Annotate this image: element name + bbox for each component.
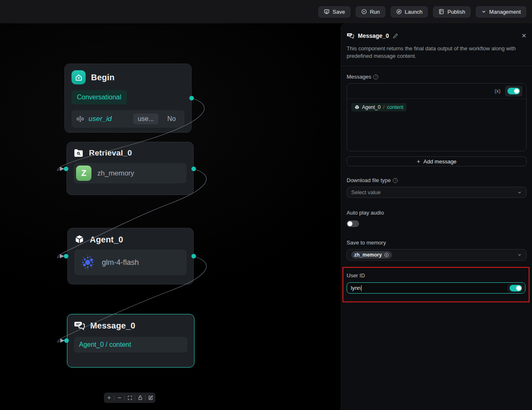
run-button-label: Run [370, 9, 380, 15]
node-agent-title: Agent_0 [90, 235, 123, 245]
panel-chat-icon [347, 32, 354, 39]
glm-model-logo-icon [79, 253, 97, 272]
publish-icon [438, 9, 444, 15]
node-begin[interactable]: Begin Conversational user_id use... No [64, 64, 192, 133]
message-content-ref: Agent_0 / content [79, 341, 131, 348]
launch-button-label: Launch [405, 9, 423, 15]
add-message-label: Add message [424, 158, 457, 165]
select-chevron-icon [517, 190, 522, 195]
close-panel-icon[interactable]: ✕ [521, 32, 527, 40]
download-select-placeholder: Select value [351, 189, 381, 195]
rename-pencil-icon[interactable] [393, 33, 398, 39]
save-icon [324, 9, 330, 15]
message-chat-icon [74, 321, 85, 331]
auto-play-audio-toggle[interactable] [347, 220, 359, 227]
begin-home-icon [71, 70, 86, 84]
zoom-in-button[interactable] [105, 393, 113, 403]
agent-cube-icon [74, 235, 84, 245]
run-button[interactable]: Run [356, 6, 385, 17]
zoom-out-icon [117, 395, 122, 400]
message-toggle-wrap [505, 86, 522, 96]
edge-arrow-retrieval [60, 167, 64, 171]
text-caret [361, 285, 362, 291]
save-to-memory-label: Save to memory [347, 240, 386, 246]
zoom-in-icon [106, 395, 112, 400]
node-message-title: Message_0 [90, 321, 135, 331]
download-file-type-label: Download file type [347, 177, 391, 183]
variable-reference-chip[interactable]: Agent_0 / content [351, 103, 406, 111]
plus-icon: + [417, 158, 420, 165]
chip-field-name: content [387, 104, 403, 110]
user-id-label: User ID [347, 272, 365, 279]
retrieval-kb-name: zh_memory [97, 169, 134, 178]
messages-label: Messages [347, 74, 371, 80]
edge-arrow-agent [60, 254, 64, 258]
message-enabled-toggle[interactable] [507, 88, 520, 94]
controls-divider [135, 395, 135, 400]
messages-editor[interactable]: (x) Agent_0 / content [347, 83, 527, 151]
edge-arrow-message [60, 338, 65, 343]
download-file-type-select[interactable]: Select value [347, 187, 527, 198]
retrieval-kb-row[interactable]: Z zh_memory [74, 163, 187, 183]
begin-mode-badge: Conversational [71, 90, 127, 104]
zoom-out-button[interactable] [115, 393, 123, 403]
lock-icon [138, 395, 143, 400]
save-button[interactable]: Save [318, 6, 350, 17]
chip-separator: / [383, 104, 384, 110]
save-to-memory-select[interactable]: zh_memory [347, 249, 527, 261]
retrieval-folder-search-icon [74, 148, 84, 158]
user-id-value: lynn [351, 285, 361, 291]
variable-picker-icon[interactable]: (x) [495, 88, 500, 94]
memory-tag-label: zh_memory [354, 252, 382, 258]
agent-model-name: glm-4-flash [102, 258, 139, 267]
user-id-toggle-wrap [507, 284, 524, 293]
management-button[interactable]: Management [476, 6, 526, 17]
user-id-enabled-toggle[interactable] [510, 285, 522, 291]
lock-button[interactable] [136, 393, 144, 403]
input-cursor-icon [76, 115, 84, 123]
node-agent[interactable]: Agent_0 glm-4-flash [67, 228, 194, 284]
management-button-label: Management [489, 9, 521, 15]
begin-param-row[interactable]: user_id use... No [71, 110, 185, 128]
add-message-button[interactable]: + Add message [347, 156, 527, 166]
controls-divider [145, 395, 145, 400]
controls-divider [114, 395, 114, 400]
messages-help-icon: ? [373, 74, 378, 79]
knowledge-base-icon: Z [76, 165, 91, 181]
controls-divider [124, 395, 125, 400]
panel-divider [341, 66, 532, 66]
remove-tag-icon[interactable] [384, 252, 389, 257]
begin-param-type-chip: use... [133, 114, 158, 124]
publish-button-label: Publish [447, 9, 465, 15]
fit-view-icon [127, 395, 133, 400]
workflow-canvas[interactable]: Begin Conversational user_id use... No R… [0, 23, 341, 410]
chip-node-name: Agent_0 [362, 104, 381, 110]
top-toolbar: Save Run Launch Publish Management [0, 0, 532, 23]
agent-model-row[interactable]: glm-4-flash [74, 249, 187, 275]
run-icon [361, 9, 367, 15]
panel-description: This component returns the final data ou… [347, 45, 527, 60]
chip-cube-icon [355, 105, 360, 110]
user-id-input[interactable]: lynn [347, 282, 525, 294]
message-config-panel: Message_0 ✕ This component returns the f… [341, 23, 532, 410]
auto-play-audio-label: Auto play audio [347, 210, 384, 216]
fit-view-button[interactable] [126, 393, 134, 403]
begin-param-optional: No [167, 115, 176, 123]
publish-button[interactable]: Publish [433, 6, 470, 17]
launch-icon [396, 9, 402, 15]
annotate-icon [148, 395, 153, 400]
node-begin-title: Begin [91, 73, 115, 82]
node-message[interactable]: Message_0 Agent_0 / content [67, 314, 195, 368]
launch-button[interactable]: Launch [391, 6, 428, 17]
node-retrieval[interactable]: Retrieval_0 Z zh_memory [66, 142, 194, 195]
annotate-button[interactable] [146, 393, 155, 403]
canvas-controls [104, 393, 155, 403]
memory-tag: zh_memory [351, 251, 392, 259]
node-retrieval-title: Retrieval_0 [89, 148, 132, 158]
select-chevron-icon [517, 252, 522, 257]
save-button-label: Save [332, 9, 345, 15]
message-content-row[interactable]: Agent_0 / content [74, 337, 187, 353]
begin-param-name: user_id [89, 115, 112, 123]
chevron-down-icon [481, 9, 486, 14]
panel-title: Message_0 [358, 32, 389, 39]
